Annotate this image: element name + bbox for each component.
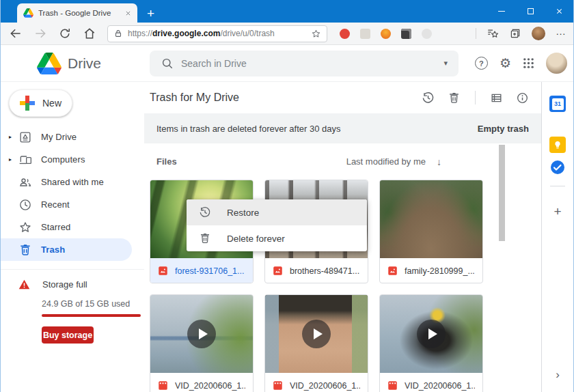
content-area: Trash for My Drive Items in trash are de… — [144, 82, 543, 392]
extension-icon-4[interactable] — [401, 29, 411, 39]
tasks-icon[interactable] — [549, 159, 566, 176]
restore-icon[interactable] — [422, 92, 435, 104]
file-card[interactable]: VID_20200606_1... — [264, 294, 368, 392]
minimize-button[interactable] — [487, 0, 516, 23]
sidebar-item-computers[interactable]: ▸ Computers — [1, 148, 132, 171]
collections-icon[interactable] — [509, 27, 521, 40]
close-button[interactable] — [545, 0, 573, 23]
file-card[interactable]: VID_20200606_1... — [150, 294, 254, 392]
recent-clock-icon — [18, 198, 32, 212]
expander-icon[interactable]: ▸ — [9, 134, 18, 140]
video-file-icon — [273, 380, 283, 391]
settings-gear-icon[interactable]: ⚙ — [500, 57, 511, 70]
empty-trash-button[interactable]: Empty trash — [478, 124, 529, 134]
extension-icon-3[interactable] — [381, 29, 391, 39]
sidebar-item-label: Computers — [41, 154, 85, 165]
google-apps-grid-icon[interactable] — [523, 57, 534, 69]
browser-tab[interactable]: Trash - Google Drive — [17, 3, 137, 23]
sort-control[interactable]: Last modified by me ↓ — [346, 156, 441, 167]
file-name: VID_20200606_1... — [405, 381, 475, 391]
refresh-icon[interactable] — [58, 27, 72, 40]
plus-multicolor-icon — [20, 96, 35, 111]
image-file-icon — [158, 266, 168, 276]
new-tab-button[interactable]: + — [147, 7, 154, 20]
extension-icon-2[interactable] — [360, 29, 370, 39]
sidebar-item-label: Trash — [41, 244, 65, 255]
search-options-caret-icon[interactable]: ▾ — [443, 59, 448, 68]
add-addon-icon[interactable]: + — [554, 205, 561, 218]
file-thumbnail — [150, 295, 253, 373]
search-icon — [161, 57, 174, 70]
collapse-panel-chevron-icon[interactable]: › — [556, 369, 560, 380]
file-card[interactable]: VID_20200606_1... — [379, 294, 483, 392]
drive-brand[interactable]: Drive — [1, 53, 144, 74]
extension-icon-5[interactable] — [422, 29, 432, 39]
url-domain: drive.google.com — [152, 29, 220, 38]
tab-close-icon[interactable] — [122, 8, 133, 18]
address-bar[interactable]: https://drive.google.com/drive/u/0/trash — [107, 25, 327, 42]
new-button[interactable]: New — [9, 89, 72, 117]
sidebar-item-recent[interactable]: Recent — [1, 193, 132, 216]
bookmark-star-icon[interactable] — [311, 29, 321, 39]
search-input[interactable] — [181, 58, 443, 69]
delete-icon[interactable] — [448, 92, 461, 104]
play-icon[interactable] — [187, 320, 216, 348]
play-icon[interactable] — [302, 320, 331, 348]
shared-people-icon — [18, 176, 32, 189]
menu-item-delete-forever[interactable]: Delete forever — [187, 225, 367, 251]
storage-progress-bar — [42, 314, 141, 317]
starred-icon — [18, 221, 32, 234]
sidebar-item-starred[interactable]: Starred — [1, 216, 132, 238]
url-path: /drive/u/0/trash — [220, 29, 274, 38]
extension-icon-1[interactable] — [340, 29, 350, 39]
buy-storage-button[interactable]: Buy storage — [42, 326, 94, 344]
help-icon[interactable]: ? — [475, 57, 488, 70]
video-file-icon — [158, 380, 168, 391]
file-card[interactable]: family-2810999_... — [379, 180, 483, 283]
expander-icon[interactable]: ▸ — [9, 156, 18, 163]
file-thumbnail — [265, 295, 368, 373]
sidebar-item-label: Recent — [41, 199, 70, 210]
file-name: VID_20200606_1... — [290, 381, 360, 391]
browser-menu-icon[interactable]: … — [556, 26, 566, 41]
sidebar-item-shared-with-me[interactable]: Shared with me — [1, 171, 132, 193]
main-area: New ▸ My Drive ▸ Computers Shared with m… — [1, 82, 573, 392]
sidebar-item-label: Starred — [41, 222, 70, 232]
list-view-icon[interactable] — [490, 92, 503, 104]
page-title: Trash for My Drive — [150, 92, 422, 104]
play-icon[interactable] — [417, 320, 446, 348]
account-avatar[interactable] — [546, 53, 567, 74]
scrollbar-thumb[interactable] — [499, 145, 505, 241]
header-actions: ? ⚙ — [475, 53, 573, 74]
sort-label[interactable]: Last modified by me — [346, 156, 426, 167]
url-text[interactable]: https://drive.google.com/drive/u/0/trash — [128, 29, 311, 38]
tab-title: Trash - Google Drive — [38, 9, 122, 17]
trash-icon — [18, 243, 32, 257]
drive-favicon-icon — [23, 8, 33, 18]
content-header: Trash for My Drive — [144, 82, 543, 113]
toolbar-divider — [476, 28, 476, 39]
calendar-icon[interactable]: 31 — [549, 96, 566, 112]
menu-item-restore[interactable]: Restore — [187, 199, 367, 225]
search-bar[interactable]: ▾ — [150, 51, 459, 76]
image-file-icon — [273, 266, 283, 276]
file-thumbnail — [380, 295, 482, 373]
back-icon[interactable] — [9, 27, 23, 40]
keep-icon[interactable] — [549, 137, 566, 153]
file-name: VID_20200606_1... — [175, 381, 245, 391]
my-drive-icon — [18, 130, 32, 144]
favorites-icon[interactable] — [487, 27, 499, 40]
files-label: Files — [156, 156, 177, 167]
browser-window: Trash - Google Drive + https://drive.goo… — [0, 0, 574, 392]
extensions-group — [340, 29, 432, 39]
sidebar-nav: ▸ My Drive ▸ Computers Shared with me — [1, 126, 144, 261]
app-name: Drive — [68, 55, 101, 72]
sort-direction-icon[interactable]: ↓ — [437, 156, 441, 167]
sidebar-item-trash[interactable]: Trash — [1, 238, 132, 261]
maximize-button[interactable] — [516, 0, 545, 23]
browser-profile-avatar[interactable] — [532, 27, 545, 40]
home-icon[interactable] — [83, 27, 96, 40]
sidebar-item-my-drive[interactable]: ▸ My Drive — [1, 126, 132, 148]
info-icon[interactable] — [516, 92, 529, 104]
forward-icon[interactable] — [33, 27, 47, 40]
